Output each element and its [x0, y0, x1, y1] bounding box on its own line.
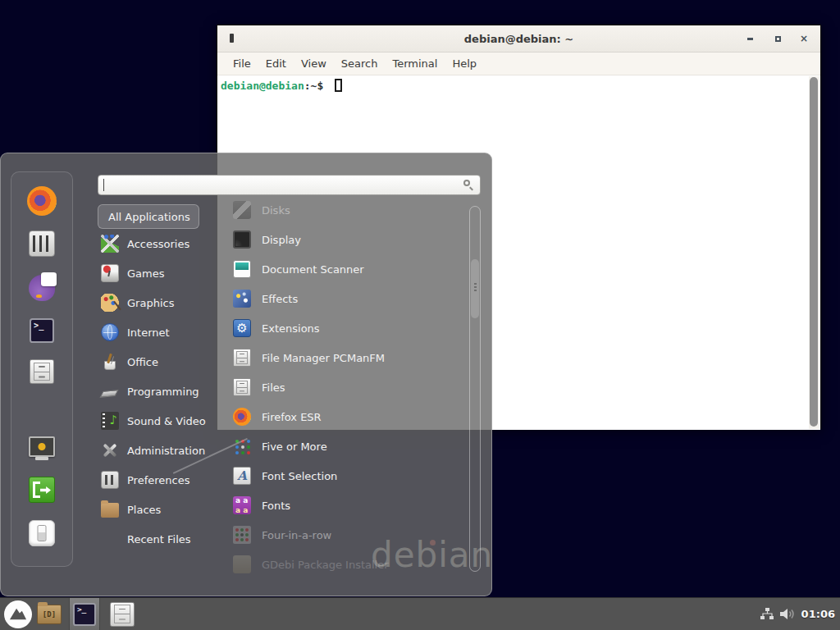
close-button[interactable]: × — [797, 32, 810, 45]
pidgin-icon — [29, 275, 55, 301]
favorite-files[interactable] — [30, 359, 54, 387]
file-cabinet-icon — [233, 378, 251, 396]
lock-screen-icon — [28, 436, 56, 460]
favorite-log-out[interactable] — [29, 477, 55, 506]
administration-icon — [101, 441, 119, 459]
app-item-gdebi-package-installer[interactable]: GDebi Package Installer — [233, 550, 467, 579]
places-folder-icon — [101, 503, 119, 518]
menu-view[interactable]: View — [294, 55, 334, 72]
firefox-icon — [27, 186, 57, 216]
app-item-file-manager-pcmanfm[interactable]: File Manager PCManFM — [233, 343, 467, 372]
taskbar: 01:06 — [0, 597, 840, 630]
app-item-disks[interactable]: Disks — [233, 195, 467, 225]
system-tray: 01:06 — [760, 598, 835, 630]
file-cabinet-icon — [110, 602, 135, 627]
terminal-icon — [73, 603, 96, 626]
category-administration[interactable]: Administration — [98, 436, 235, 465]
app-item-extensions[interactable]: Extensions — [233, 313, 467, 343]
menu-file[interactable]: File — [226, 55, 258, 72]
desktop[interactable]: debian debian@debian: ~ × File Edit View… — [0, 0, 840, 630]
app-item-fonts[interactable]: Fonts — [233, 491, 467, 520]
sound-video-icon — [101, 412, 119, 430]
menu-search[interactable]: Search — [334, 55, 386, 72]
favorite-terminal[interactable] — [30, 318, 54, 346]
office-icon — [101, 353, 119, 371]
app-item-files[interactable]: Files — [233, 372, 467, 402]
terminal-prompt: debian@debian:~$ — [221, 79, 342, 92]
extensions-icon — [233, 319, 251, 337]
applications-menu: All Applications Accessories Games Graph… — [0, 153, 492, 596]
terminal-title: debian@debian: ~ — [464, 33, 573, 45]
app-item-five-or-more[interactable]: Five or More — [233, 431, 467, 461]
category-preferences[interactable]: Preferences — [98, 465, 235, 495]
volume-icon[interactable] — [780, 608, 796, 620]
gdebi-icon — [233, 555, 251, 573]
menu-logo-icon — [4, 600, 32, 628]
terminal-window-icon — [230, 34, 234, 43]
menu-help[interactable]: Help — [445, 55, 484, 72]
app-item-display[interactable]: Display — [233, 225, 467, 254]
taskbar-files-button[interactable] — [107, 598, 138, 630]
terminal-scrollbar-thumb[interactable] — [810, 77, 818, 427]
scrollbar-grip-icon — [474, 283, 477, 285]
shut-down-icon — [29, 520, 55, 546]
terminal-cursor — [335, 79, 342, 92]
app-item-effects[interactable]: Effects — [233, 284, 467, 313]
network-icon[interactable] — [760, 608, 774, 620]
apps-scrollbar[interactable] — [469, 206, 481, 572]
clock[interactable]: 01:06 — [801, 608, 835, 620]
app-item-font-selection[interactable]: Font Selection — [233, 461, 467, 491]
search-input[interactable] — [98, 176, 480, 194]
search-box — [98, 175, 481, 195]
favorites-panel — [11, 171, 73, 567]
category-internet[interactable]: Internet — [98, 317, 235, 347]
graphics-icon — [101, 294, 119, 312]
taskbar-terminal-button[interactable] — [69, 598, 100, 630]
menu-terminal[interactable]: Terminal — [385, 55, 445, 72]
category-accessories[interactable]: Accessories — [98, 229, 235, 258]
category-graphics[interactable]: Graphics — [98, 288, 235, 317]
fonts-icon — [233, 496, 251, 514]
category-programming[interactable]: Programming — [98, 377, 235, 406]
font-selection-icon — [233, 467, 251, 485]
folder-d-icon — [37, 605, 62, 624]
preferences-icon — [101, 471, 119, 489]
favorite-shut-down[interactable] — [29, 520, 55, 550]
terminal-icon — [30, 318, 54, 343]
disks-icon — [233, 201, 251, 219]
prompt-user-host: debian@debian — [221, 80, 304, 92]
terminal-titlebar[interactable]: debian@debian: ~ × — [217, 25, 820, 52]
terminal-scrollbar[interactable] — [809, 76, 819, 429]
accessories-icon — [101, 235, 119, 253]
app-item-four-in-a-row[interactable]: Four-in-a-row — [233, 520, 467, 550]
favorite-audio-mixer[interactable] — [29, 231, 55, 260]
category-places[interactable]: Places — [98, 495, 235, 524]
category-office[interactable]: Office — [98, 347, 235, 377]
file-cabinet-icon — [233, 349, 251, 367]
app-item-document-scanner[interactable]: Document Scanner — [233, 254, 467, 284]
favorite-firefox[interactable] — [27, 186, 57, 219]
display-icon — [233, 231, 251, 249]
document-scanner-icon — [233, 260, 251, 278]
favorite-pidgin[interactable] — [29, 275, 55, 304]
favorite-lock-screen[interactable] — [28, 436, 56, 463]
taskbar-file-manager-button[interactable] — [34, 598, 64, 630]
firefox-icon — [233, 408, 251, 426]
programming-icon — [101, 382, 119, 400]
app-item-firefox-esr[interactable]: Firefox ESR — [233, 402, 467, 431]
category-all-applications[interactable]: All Applications — [98, 204, 199, 229]
apps-scrollbar-thumb[interactable] — [471, 259, 479, 318]
app-list: Disks Display Document Scanner Effects E… — [233, 195, 467, 579]
terminal-menubar: File Edit View Search Terminal Help — [217, 52, 820, 75]
category-recent-files[interactable]: Recent Files — [98, 524, 235, 554]
menu-button[interactable] — [2, 598, 34, 630]
maximize-icon — [775, 36, 781, 42]
category-list: All Applications Accessories Games Graph… — [98, 204, 235, 554]
effects-icon — [233, 290, 251, 308]
games-icon — [101, 264, 119, 282]
menu-edit[interactable]: Edit — [258, 55, 294, 72]
category-sound-video[interactable]: Sound & Video — [98, 406, 235, 436]
category-games[interactable]: Games — [98, 258, 235, 288]
maximize-button[interactable] — [771, 32, 784, 45]
minimize-button[interactable] — [743, 32, 756, 45]
